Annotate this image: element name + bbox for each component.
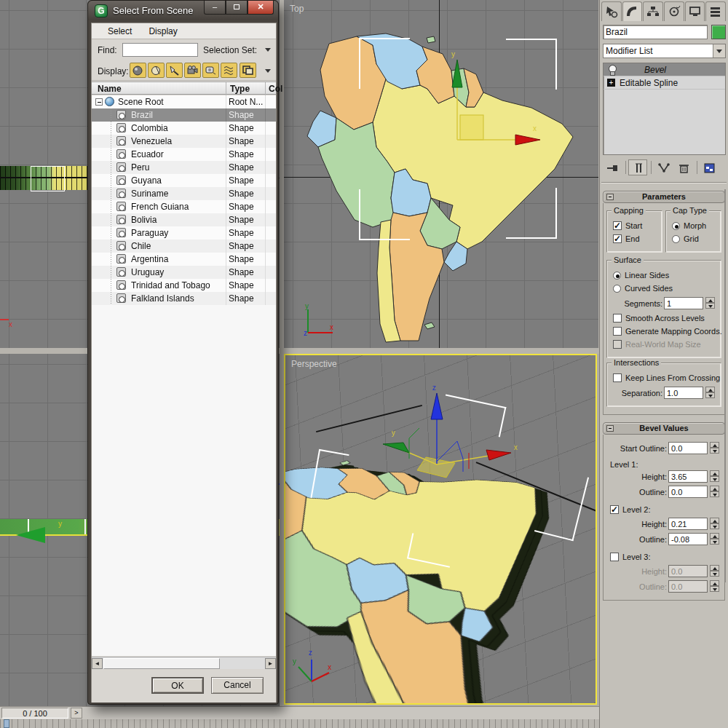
- show-end-result-button[interactable]: [628, 159, 647, 175]
- display-lights-toggle[interactable]: [166, 63, 183, 78]
- modifier-stack[interactable]: Bevel + Editable Spline: [603, 63, 726, 155]
- column-color[interactable]: Col: [269, 84, 282, 94]
- spin-up-icon[interactable]: [705, 297, 715, 303]
- list-item[interactable]: ParaguayShape: [92, 226, 276, 240]
- track-bar[interactable]: [0, 719, 599, 728]
- level1-outline-spinner[interactable]: 0.0: [668, 486, 719, 498]
- list-item[interactable]: ChileShape: [92, 240, 276, 253]
- tab-modify[interactable]: [622, 1, 643, 21]
- list-item[interactable]: EcuadorShape: [92, 148, 276, 161]
- display-shapes-toggle[interactable]: [148, 63, 165, 78]
- configure-modifier-sets-button[interactable]: [700, 159, 719, 175]
- cancel-button[interactable]: Cancel: [211, 677, 264, 694]
- separation-spinner[interactable]: 1.0: [664, 387, 715, 399]
- tab-motion[interactable]: [664, 1, 684, 21]
- spin-down-icon[interactable]: [705, 392, 715, 398]
- object-color-swatch[interactable]: [711, 25, 726, 39]
- display-groups-toggle[interactable]: [240, 63, 256, 78]
- level2-outline-spinner[interactable]: -0.08: [668, 533, 719, 545]
- viewport-perspective-label[interactable]: Perspective: [291, 359, 337, 369]
- move-gizmo[interactable]: y x: [408, 36, 575, 167]
- display-spacewarps-toggle[interactable]: [221, 63, 237, 78]
- modifier-on-icon[interactable]: [608, 65, 616, 74]
- modifier-list-dropdown[interactable]: Modifier List: [603, 44, 726, 58]
- 3dsmax-application: x y Top y x: [0, 0, 728, 728]
- end-checkbox[interactable]: [613, 234, 622, 243]
- list-item[interactable]: French GuianaShape: [92, 200, 276, 213]
- smooth-across-levels-checkbox[interactable]: [613, 314, 622, 323]
- remove-modifier-button[interactable]: [674, 159, 693, 175]
- display-geometry-toggle[interactable]: [130, 63, 146, 78]
- stack-item-editable-spline[interactable]: + Editable Spline: [604, 76, 725, 90]
- level3-height-spinner: 0.0: [668, 565, 719, 577]
- list-item[interactable]: UruguayShape: [92, 266, 276, 279]
- scene-object-list[interactable]: Scene RootRoot N... BrazilShape Colombia…: [92, 95, 276, 656]
- next-frame-button[interactable]: >: [71, 708, 82, 719]
- display-helpers-toggle[interactable]: [202, 63, 219, 78]
- spin-down-icon[interactable]: [705, 303, 715, 309]
- level1-height-spinner[interactable]: 3.65: [668, 470, 719, 483]
- list-header[interactable]: Name Type Col: [92, 82, 276, 95]
- level3-checkbox[interactable]: [610, 553, 619, 561]
- list-item-selected[interactable]: BrazilShape: [92, 108, 276, 122]
- list-item[interactable]: GuyanaShape: [92, 174, 276, 187]
- column-name[interactable]: Name: [98, 84, 122, 94]
- list-item[interactable]: Falkland IslandsShape: [92, 292, 276, 305]
- spin-up-icon[interactable]: [705, 387, 715, 392]
- start-outline-spinner[interactable]: 0.0: [668, 442, 719, 454]
- stack-item-bevel[interactable]: Bevel: [604, 63, 725, 76]
- list-item[interactable]: ColombiaShape: [92, 122, 276, 135]
- viewport-top-label[interactable]: Top: [290, 4, 304, 14]
- tab-display[interactable]: [685, 1, 705, 21]
- start-checkbox[interactable]: [613, 221, 622, 230]
- move-gizmo[interactable]: z y x: [371, 377, 531, 501]
- time-slider[interactable]: 0 / 100: [1, 708, 68, 719]
- list-item[interactable]: SurinameShape: [92, 187, 276, 200]
- close-button[interactable]: ✕: [248, 1, 274, 15]
- list-item[interactable]: PeruShape: [92, 161, 276, 174]
- display-cameras-toggle[interactable]: [184, 63, 201, 78]
- selection-set-dropdown-arrow[interactable]: [265, 48, 271, 52]
- dialog-title-bar[interactable]: G Select From Scene – ✕: [88, 1, 278, 20]
- horizontal-scrollbar[interactable]: ◄ ►: [92, 657, 276, 669]
- linear-sides-radio[interactable]: [613, 272, 621, 280]
- segments-spinner[interactable]: 1: [664, 297, 715, 309]
- grid-radio[interactable]: [672, 235, 680, 243]
- menu-display[interactable]: Display: [141, 23, 184, 36]
- pin-stack-button[interactable]: [603, 159, 622, 175]
- bevel-values-rollout-header[interactable]: Bevel Values: [603, 422, 725, 435]
- collapse-icon[interactable]: [95, 98, 103, 106]
- keep-lines-from-crossing-checkbox[interactable]: [613, 373, 622, 382]
- generate-mapping-coords-checkbox[interactable]: [613, 327, 622, 336]
- ok-button[interactable]: OK: [151, 677, 204, 694]
- list-item[interactable]: ArgentinaShape: [92, 253, 276, 266]
- find-input[interactable]: [122, 43, 198, 57]
- panel-scrollbar[interactable]: [724, 189, 726, 582]
- curved-sides-radio[interactable]: [613, 285, 621, 293]
- tab-hierarchy[interactable]: [643, 1, 663, 21]
- viewport-perspective[interactable]: Perspective z y x: [284, 354, 597, 705]
- select-from-scene-dialog: G Select From Scene – ✕ Select Display F…: [87, 0, 279, 705]
- maximize-button[interactable]: [226, 1, 248, 15]
- list-item[interactable]: VenezuelaShape: [92, 135, 276, 148]
- list-item[interactable]: Trinidad and TobagoShape: [92, 279, 276, 292]
- level2-checkbox[interactable]: [610, 505, 619, 514]
- list-item[interactable]: BoliviaShape: [92, 213, 276, 226]
- expand-icon[interactable]: +: [607, 79, 615, 87]
- viewport-top[interactable]: Top y x: [284, 0, 598, 348]
- tab-utilities[interactable]: [705, 1, 726, 21]
- gizmo-x-arrow[interactable]: [16, 527, 45, 543]
- level2-height-spinner[interactable]: 0.21: [668, 518, 719, 530]
- scrollbar-thumb[interactable]: [103, 658, 220, 669]
- time-marker[interactable]: [4, 719, 9, 728]
- column-type[interactable]: Type: [230, 84, 250, 94]
- list-item[interactable]: Scene RootRoot N...: [92, 95, 276, 108]
- parameters-rollout-header[interactable]: Parameters: [603, 191, 725, 203]
- tab-create[interactable]: [601, 1, 622, 21]
- object-name-field[interactable]: Brazil: [603, 25, 708, 39]
- display-more-arrow[interactable]: [265, 69, 271, 73]
- morph-radio[interactable]: [672, 222, 680, 230]
- make-unique-button[interactable]: [654, 159, 673, 175]
- menu-select[interactable]: Select: [100, 23, 139, 36]
- minimize-button[interactable]: –: [204, 1, 226, 15]
